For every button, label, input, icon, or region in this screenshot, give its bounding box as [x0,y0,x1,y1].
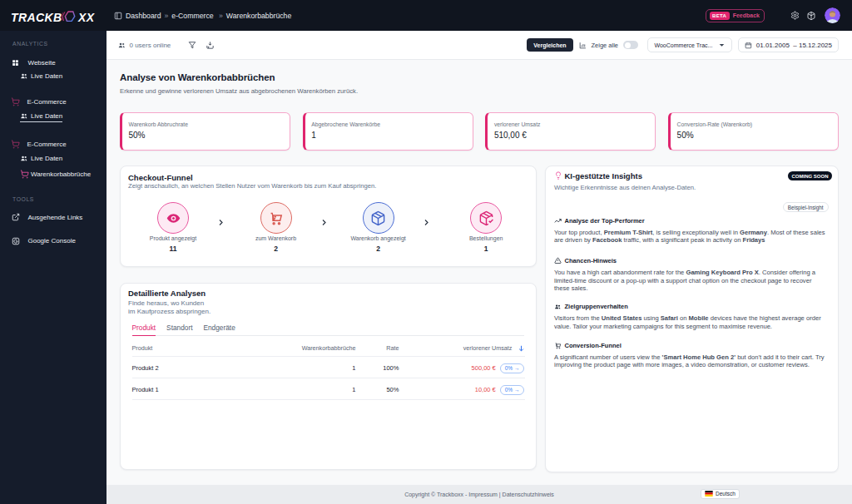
svg-text:XX: XX [77,11,96,24]
svg-text:TRACKB: TRACKB [11,11,62,24]
